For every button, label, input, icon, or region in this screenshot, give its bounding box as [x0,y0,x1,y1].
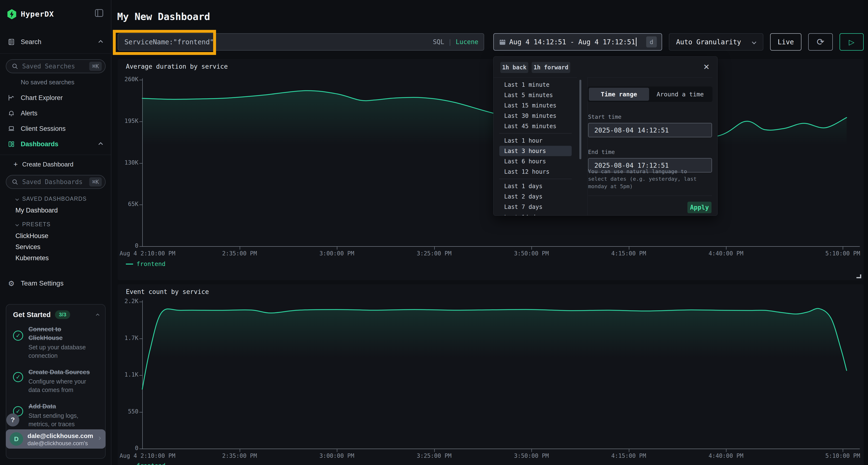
scrollbar-thumb[interactable] [579,80,581,159]
divider [499,179,572,179]
sidebar-item-services[interactable]: Services [16,243,40,251]
granularity-value: Auto Granularity [676,38,741,46]
help-button[interactable]: ? [6,413,19,427]
sidebar-item-my-dashboard[interactable]: My Dashboard [16,207,58,214]
question-mark-icon: ? [10,416,15,424]
plot-area[interactable] [118,284,864,465]
search-doc-icon [7,38,16,46]
step-title: Add Data [28,402,108,410]
step-subtitle: Start sending logs, metrics, or traces [28,411,98,428]
text-cursor [636,38,637,46]
range-option[interactable]: Last 2 days [499,191,572,202]
range-option[interactable]: Last 15 minutes [499,100,572,110]
time-range-input[interactable]: Aug 4 14:12:51 - Aug 4 17:12:51 d [493,33,662,51]
get-started-title: Get Started [13,311,51,319]
saved-searches-input[interactable]: Saved Searches ⌘K [6,59,105,73]
end-time-label: End time [588,149,615,155]
time-range-form: Time range Around a time Start time 2025… [587,77,712,215]
refresh-button[interactable]: ⟳ [808,33,833,51]
tab-around-a-time[interactable]: Around a time [649,88,711,101]
legend-item-frontend[interactable]: frontend [126,261,165,267]
range-option[interactable]: Last 30 minutes [499,110,572,121]
bell-icon [7,109,16,117]
sidebar-item-label: Team Settings [21,279,63,287]
avatar: D [10,432,23,446]
user-menu[interactable]: D dale@clickhouse.com dale@clickhouse.co… [6,429,105,449]
range-option[interactable]: Last 6 hours [499,156,572,166]
sidebar-item-label: Dashboards [21,140,58,148]
shortcut-badge: ⌘K [89,62,102,71]
time-picker-popover: 1h back 1h forward ✕ Last 1 minute Last … [493,56,717,215]
query-text: ServiceName:"frontend" [124,38,214,46]
tab-time-range[interactable]: Time range [589,88,649,101]
legend-item-frontend[interactable]: frontend [126,462,165,465]
step-title: Connect to ClickHouse [28,325,96,342]
get-started-header[interactable]: Get Started 3/3 [13,310,99,319]
legend-dash-icon [126,264,133,265]
granularity-select[interactable]: Auto Granularity [669,33,763,51]
plot-area[interactable] [118,59,864,280]
play-button[interactable]: ▷ [840,33,864,51]
shift-forward-button[interactable]: 1h forward [532,62,570,73]
range-option[interactable]: Last 14 days [499,212,572,215]
divider [0,54,112,54]
no-saved-searches-text: No saved searches [21,78,74,86]
dashboards-grid-icon [7,140,16,148]
sidebar-item-kubernetes[interactable]: Kubernetes [16,255,49,262]
sidebar-item-alerts[interactable]: Alerts [0,107,112,119]
apply-button[interactable]: Apply [687,202,712,213]
laptop-icon [7,125,16,133]
step-title: Create Data Sources [28,368,108,376]
range-option[interactable]: Last 12 hours [499,166,572,177]
refresh-icon: ⟳ [817,37,824,47]
chevron-right-icon [97,437,101,440]
range-option[interactable]: Last 1 days [499,181,572,191]
resize-handle[interactable] [857,274,861,278]
section-presets[interactable]: PRESETS [16,221,51,228]
range-option[interactable]: Last 1 hour [499,135,572,146]
search-query-input[interactable]: ServiceName:"frontend" SQL | Lucene [118,33,484,51]
range-option-selected[interactable]: Last 3 hours [499,146,572,156]
collapse-sidebar-icon[interactable] [95,9,103,17]
section-saved-dashboards[interactable]: SAVED DASHBOARDS [16,196,87,202]
step-subtitle: Configure where your data comes from [28,377,98,394]
saved-dashboards-input[interactable]: Saved Dashboards ⌘K [6,175,105,189]
sidebar-item-client-sessions[interactable]: Client Sessions [0,123,112,134]
sidebar-item-team-settings[interactable]: ⚙ Team Settings [0,277,112,289]
range-option[interactable]: Last 1 minute [499,79,572,90]
hyperdx-app: HyperDX Search Saved Searches ⌘K No save… [0,0,868,465]
shortcut-badge: ⌘K [89,177,102,187]
hyperdx-logo-icon [6,9,18,20]
time-range-list: Last 1 minute Last 5 minutes Last 15 min… [494,77,577,215]
start-time-input[interactable]: 2025-08-04 14:12:51 [588,123,712,137]
check-circle-icon: ✓ [13,331,23,341]
start-time-label: Start time [588,114,621,120]
create-dashboard-button[interactable]: + Create Dashboard [0,159,112,170]
sidebar-item-search[interactable]: Search [0,36,112,48]
chevron-down-icon [16,197,19,200]
sidebar-item-clickhouse[interactable]: ClickHouse [16,232,49,240]
range-option[interactable]: Last 5 minutes [499,90,572,100]
sidebar-item-chart-explorer[interactable]: Chart Explorer [0,92,112,104]
range-option[interactable]: Last 45 minutes [499,121,572,131]
lucene-toggle[interactable]: Lucene [456,38,478,45]
sidebar: HyperDX Search Saved Searches ⌘K No save… [0,0,112,465]
live-label: Live [778,38,794,46]
shift-back-button[interactable]: 1h back [500,62,528,73]
scrollbar-gutter[interactable] [864,0,868,465]
live-button[interactable]: Live [770,33,802,51]
natural-language-hint: You can use natural language to select d… [588,168,709,190]
logo-row: HyperDX [0,7,112,22]
time-range-value: Aug 4 14:12:51 - Aug 4 17:12:51 [509,38,635,46]
sidebar-item-label: Client Sessions [21,125,66,133]
chevron-up-icon [98,40,103,44]
range-option[interactable]: Last 7 days [499,202,572,212]
chart-average-duration[interactable]: Average duration by service065K130K195K2… [118,59,864,280]
step-subtitle: Set up your database connection [28,343,98,360]
sidebar-item-dashboards[interactable]: Dashboards [0,138,112,150]
chevron-down-icon [16,223,19,226]
page-title: My New Dashboard [117,11,210,22]
sql-toggle[interactable]: SQL [433,38,444,45]
chart-event-count[interactable]: Event count by service05501.1K1.7K2.2KAu… [118,284,864,465]
close-icon[interactable]: ✕ [702,63,711,71]
